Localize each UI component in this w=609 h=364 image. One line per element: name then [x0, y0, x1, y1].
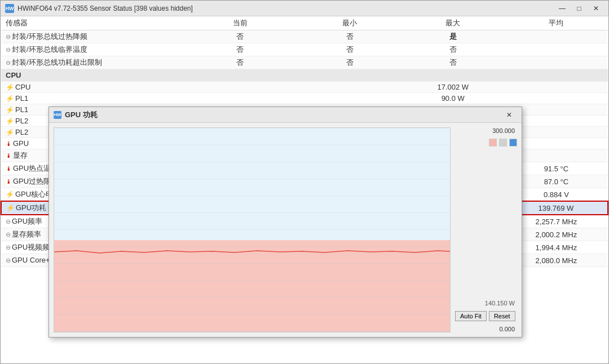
chart-controls: Auto Fit Reset — [455, 311, 517, 321]
lightning-icon: ⚡ — [6, 106, 14, 114]
chart-svg — [54, 128, 450, 332]
table-row[interactable]: ⚡CPU 17.002 W — [1, 82, 608, 93]
chart-color-boxes — [455, 139, 517, 147]
minimize-button[interactable]: — — [554, 3, 570, 14]
col-max: 最大 — [401, 16, 505, 30]
chart-sidebar: 300.000 140.150 W Auto Fit Reset — [455, 127, 517, 332]
table-row[interactable]: ⊖封装/环形总线功耗超出限制 否 否 否 — [1, 56, 608, 69]
color-box-gray — [499, 139, 507, 147]
lightning-icon: ⚡ — [6, 83, 14, 91]
thermometer-icon: 🌡 — [6, 178, 12, 185]
table-row[interactable]: ⊖封装/环形总线过热降频 否 否 是 — [1, 30, 608, 43]
circle-minus-icon: ⊖ — [6, 257, 11, 264]
window-controls: — □ ✕ — [554, 3, 604, 14]
close-button[interactable]: ✕ — [588, 3, 604, 14]
popup-content: 300.000 140.150 W Auto Fit Reset — [49, 123, 522, 337]
col-min: 最小 — [298, 16, 401, 30]
main-window: HW HWiNFO64 v7.72-5355 Sensor Status [39… — [0, 0, 609, 364]
main-content: 传感器 当前 最小 最大 平均 ⊖封装/环形总线过热降频 否 否 是 — [1, 16, 608, 363]
chart-y-zero: 0.000 — [455, 326, 517, 332]
circle-minus-icon: ⊖ — [6, 218, 11, 225]
cpu-section-label: CPU — [6, 71, 21, 79]
col-sensor: 传感器 — [1, 16, 182, 30]
svg-rect-5 — [54, 128, 450, 332]
color-box-pink — [489, 139, 497, 147]
popup-close-button[interactable]: ✕ — [501, 109, 517, 121]
chart-area — [54, 127, 451, 332]
circle-minus-icon: ⊖ — [6, 46, 11, 54]
popup-title-bar: HW GPU 功耗 ✕ — [49, 107, 522, 123]
thermometer-icon: 🌡 — [6, 140, 12, 147]
popup-icon: HW — [54, 111, 61, 119]
title-bar-left: HW HWiNFO64 v7.72-5355 Sensor Status [39… — [5, 4, 193, 13]
lightning-icon: ⚡ — [6, 190, 14, 198]
title-bar: HW HWiNFO64 v7.72-5355 Sensor Status [39… — [1, 1, 608, 16]
circle-minus-icon: ⊖ — [6, 59, 11, 66]
popup-title: GPU 功耗 — [65, 110, 98, 120]
table-row[interactable]: ⚡PL1 90.0 W — [1, 93, 608, 104]
circle-minus-icon: ⊖ — [6, 33, 11, 41]
col-avg: 平均 — [505, 16, 608, 30]
reset-button[interactable]: Reset — [489, 311, 515, 321]
table-row[interactable]: ⊖封装/环形总线临界温度 否 否 否 — [1, 43, 608, 56]
section-header-cpu: CPU — [1, 69, 608, 82]
lightning-icon: ⚡ — [6, 95, 14, 103]
lightning-icon: ⚡ — [6, 204, 15, 212]
lightning-icon: ⚡ — [6, 117, 14, 125]
lightning-icon: ⚡ — [6, 128, 14, 136]
chart-y-mid: 140.150 W — [455, 300, 517, 307]
col-current: 当前 — [182, 16, 298, 30]
color-box-blue — [509, 139, 517, 147]
thermometer-icon: 🌡 — [6, 152, 12, 159]
app-icon: HW — [5, 4, 14, 13]
chart-y-max: 300.000 — [455, 127, 517, 134]
autofit-button[interactable]: Auto Fit — [455, 311, 487, 321]
window-title: HWiNFO64 v7.72-5355 Sensor Status [398 v… — [17, 5, 193, 12]
circle-minus-icon: ⊖ — [6, 244, 11, 251]
thermometer-icon: 🌡 — [6, 165, 12, 172]
circle-minus-icon: ⊖ — [6, 231, 11, 238]
gpu-power-popup: HW GPU 功耗 ✕ — [48, 106, 522, 338]
maximize-button[interactable]: □ — [571, 3, 587, 14]
